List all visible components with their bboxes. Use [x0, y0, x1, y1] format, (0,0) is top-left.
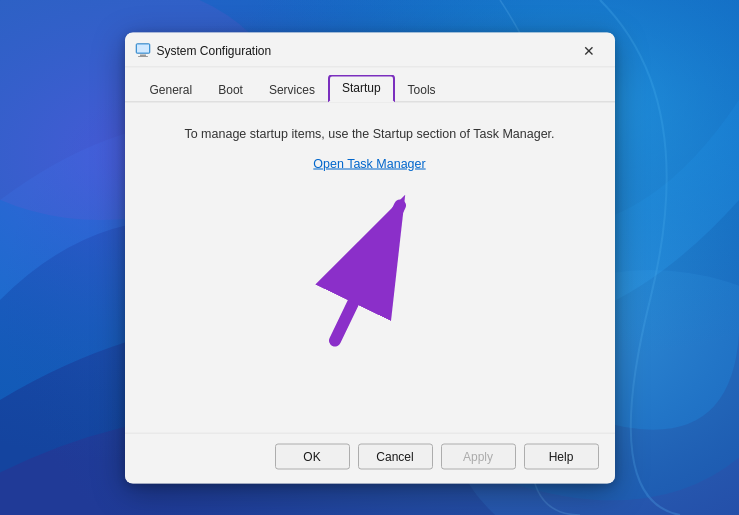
tab-services[interactable]: Services [256, 77, 328, 102]
dialog-content: To manage startup items, use the Startup… [125, 102, 615, 432]
info-text: To manage startup items, use the Startup… [145, 126, 595, 140]
dialog-title: System Configuration [157, 43, 272, 57]
cancel-button[interactable]: Cancel [358, 443, 433, 469]
tabs-bar: General Boot Services Startup Tools [125, 67, 615, 101]
title-bar: System Configuration ✕ [125, 32, 615, 67]
close-button[interactable]: ✕ [575, 40, 603, 60]
svg-rect-7 [137, 44, 149, 52]
tab-boot[interactable]: Boot [205, 77, 256, 102]
tab-tools[interactable]: Tools [395, 77, 449, 102]
svg-line-11 [335, 205, 400, 340]
tab-general[interactable]: General [137, 77, 206, 102]
system-configuration-dialog: System Configuration ✕ General Boot Serv… [125, 32, 615, 483]
dialog-footer: OK Cancel Apply Help [125, 432, 615, 483]
apply-button[interactable]: Apply [441, 443, 516, 469]
arrow-indicator [290, 180, 450, 360]
tab-startup[interactable]: Startup [328, 74, 395, 102]
open-task-manager-link[interactable]: Open Task Manager [313, 156, 425, 170]
svg-rect-9 [138, 56, 148, 57]
ok-button[interactable]: OK [275, 443, 350, 469]
link-container: Open Task Manager [145, 156, 595, 170]
title-bar-left: System Configuration [135, 42, 272, 58]
svg-rect-8 [140, 54, 146, 56]
dialog-icon [135, 42, 151, 58]
help-button[interactable]: Help [524, 443, 599, 469]
arrow-container [145, 180, 595, 360]
